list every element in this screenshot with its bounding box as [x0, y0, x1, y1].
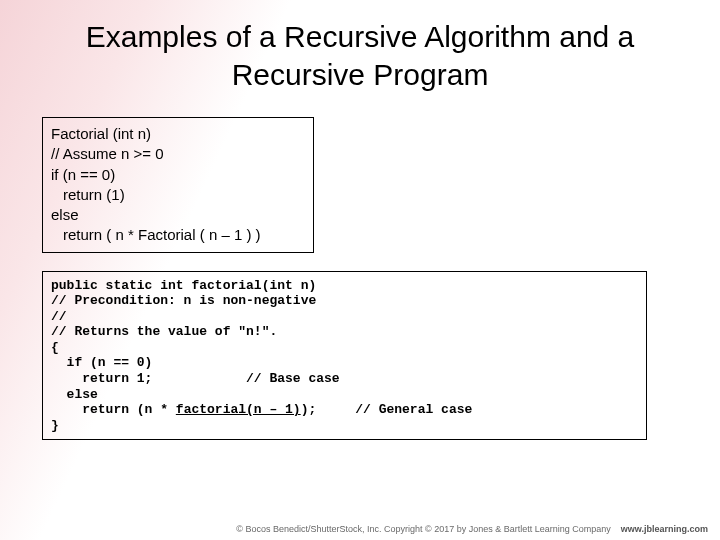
code-line: } [51, 418, 59, 433]
code-line: return (n * factorial(n – 1)); // Genera… [51, 402, 472, 417]
algo-line: return ( n * Factorial ( n – 1 ) ) [51, 225, 303, 245]
code-line: public static int factorial(int n) [51, 278, 316, 293]
algo-line: else [51, 205, 303, 225]
code-line: else [51, 387, 98, 402]
algorithm-box: Factorial (int n) // Assume n >= 0 if (n… [42, 117, 314, 253]
code-line: return 1; // Base case [51, 371, 340, 386]
algo-line: Factorial (int n) [51, 124, 303, 144]
copyright-text: © Bocos Benedict/ShutterStock, Inc. Copy… [236, 524, 610, 534]
code-line: // [51, 309, 67, 324]
slide-title: Examples of a Recursive Algorithm and a … [0, 0, 720, 103]
algo-line: // Assume n >= 0 [51, 144, 303, 164]
code-line: { [51, 340, 59, 355]
algo-line: if (n == 0) [51, 165, 303, 185]
code-line: if (n == 0) [51, 355, 152, 370]
recursive-call: factorial(n – 1) [176, 402, 301, 417]
code-box: public static int factorial(int n) // Pr… [42, 271, 647, 441]
algo-line: return (1) [51, 185, 303, 205]
footer: © Bocos Benedict/ShutterStock, Inc. Copy… [236, 524, 708, 534]
code-line: // Returns the value of "n!". [51, 324, 277, 339]
publisher-site: www.jblearning.com [621, 524, 708, 534]
code-line: // Precondition: n is non-negative [51, 293, 316, 308]
